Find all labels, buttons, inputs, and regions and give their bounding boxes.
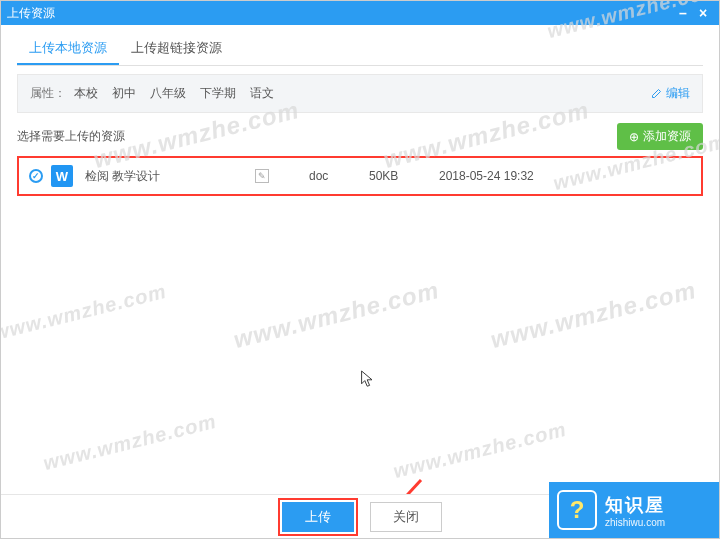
upload-button[interactable]: 上传 bbox=[282, 502, 354, 532]
edit-label: 编辑 bbox=[666, 85, 690, 102]
upload-button-highlight: 上传 bbox=[278, 498, 358, 536]
file-type: doc bbox=[309, 169, 369, 183]
close-button[interactable]: × bbox=[693, 5, 713, 21]
file-checkbox[interactable]: ✓ bbox=[29, 169, 43, 183]
add-resource-label: 添加资源 bbox=[643, 128, 691, 145]
tabs: 上传本地资源 上传超链接资源 bbox=[17, 33, 703, 66]
close-dialog-button[interactable]: 关闭 bbox=[370, 502, 442, 532]
tab-local-resource[interactable]: 上传本地资源 bbox=[17, 33, 119, 65]
select-resource-label: 选择需要上传的资源 bbox=[17, 128, 125, 145]
window-title: 上传资源 bbox=[7, 5, 673, 22]
site-logo: ? 知识屋 zhishiwu.com bbox=[549, 482, 719, 538]
rename-file-icon[interactable]: ✎ bbox=[255, 169, 269, 183]
attributes-bar: 属性： 本校 初中 八年级 下学期 语文 编辑 bbox=[17, 74, 703, 113]
logo-subtitle: zhishiwu.com bbox=[605, 517, 665, 528]
logo-title: 知识屋 bbox=[605, 493, 665, 517]
title-bar: 上传资源 – × bbox=[1, 1, 719, 25]
attr-crumb: 本校 bbox=[74, 85, 98, 102]
attr-crumb: 语文 bbox=[250, 85, 274, 102]
plus-icon: ⊕ bbox=[629, 130, 639, 144]
attr-crumb: 初中 bbox=[112, 85, 136, 102]
edit-attributes-button[interactable]: 编辑 bbox=[650, 85, 690, 102]
edit-icon bbox=[650, 88, 662, 100]
file-size: 50KB bbox=[369, 169, 439, 183]
attr-crumb: 下学期 bbox=[200, 85, 236, 102]
file-row[interactable]: ✓ W 检阅 教学设计 ✎ doc 50KB 2018-05-24 19:32 bbox=[25, 162, 695, 190]
file-name: 检阅 教学设计 bbox=[85, 168, 255, 185]
attr-crumb: 八年级 bbox=[150, 85, 186, 102]
file-list-highlight: ✓ W 检阅 教学设计 ✎ doc 50KB 2018-05-24 19:32 bbox=[17, 156, 703, 196]
minimize-button[interactable]: – bbox=[673, 5, 693, 21]
add-resource-button[interactable]: ⊕ 添加资源 bbox=[617, 123, 703, 150]
tab-hyperlink-resource[interactable]: 上传超链接资源 bbox=[119, 33, 234, 65]
file-date: 2018-05-24 19:32 bbox=[439, 169, 579, 183]
logo-mark-icon: ? bbox=[557, 490, 597, 530]
mouse-cursor-icon bbox=[360, 369, 376, 393]
attributes-label: 属性： bbox=[30, 85, 66, 102]
word-doc-icon: W bbox=[51, 165, 73, 187]
